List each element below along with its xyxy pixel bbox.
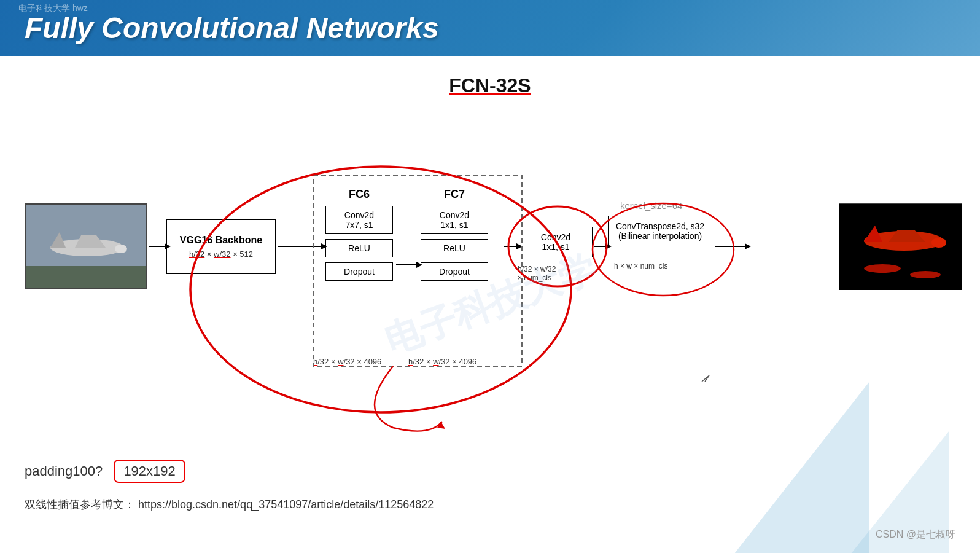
fc7-label: FC7 xyxy=(421,188,488,201)
diagram-title: FCN-32S xyxy=(449,74,531,97)
vgg-backbone-box: VGG16 Backbone h/32 × w/32 × 512 xyxy=(166,219,276,274)
padding-note: padding100? 192x192 xyxy=(25,460,185,483)
csdn-watermark: CSDN @是七叔呀 xyxy=(876,528,955,541)
svg-marker-29 xyxy=(437,422,445,429)
conv-transpose-dims: h × w × num_cls xyxy=(614,262,667,270)
conv-after-dims: h/32 × w/32× num_cls xyxy=(518,265,556,282)
conv-after-fc7-box: Conv2d1x1, s1 xyxy=(519,227,593,257)
fc6-conv-box: Conv2d7x7, s1 xyxy=(325,206,393,234)
blue-triangle-decoration xyxy=(734,382,869,553)
vgg-label: VGG16 Backbone xyxy=(180,235,262,246)
svg-rect-1 xyxy=(26,266,147,289)
page-title: Fully Convolutional Networks xyxy=(25,12,439,44)
header-watermark: 电子科技大学 hwz xyxy=(18,3,88,14)
kernel-size-label: kernel_size=64 xyxy=(620,200,682,211)
output-airplane-svg xyxy=(839,204,962,290)
svg-point-10 xyxy=(931,238,946,248)
svg-marker-24 xyxy=(745,243,751,249)
fc6-dims: h/32 × w/32 × 4096 xyxy=(313,357,381,366)
conv-transpose-box: ConvTranspose2d, s32(Bilinear interpolat… xyxy=(608,216,712,246)
fc6-dropout-box: Dropout xyxy=(325,262,393,281)
vgg-dims: h/32 × w/32 × 512 xyxy=(189,249,253,259)
fc7-column: FC7 Conv2d1x1, s1 ReLU Dropout xyxy=(421,188,488,286)
reference-link: 双线性插值参考博文： https://blog.csdn.net/qq_3754… xyxy=(25,497,434,512)
svg-point-5 xyxy=(115,245,127,253)
fc7-conv-box: Conv2d1x1, s1 xyxy=(421,206,488,234)
ref-text: 双线性插值参考博文： xyxy=(25,498,135,511)
padding-value: 192x192 xyxy=(114,460,185,483)
header: 电子科技大学 hwz Fully Convolutional Networks xyxy=(0,0,980,56)
fc7-dims: h/32 × w/32 × 4096 xyxy=(408,357,476,366)
fc7-dropout-box: Dropout xyxy=(421,262,488,281)
main-content: FCN-32S VGG16 Backbone h/32 × w/32 × 512 xyxy=(0,56,980,553)
output-image xyxy=(839,203,962,289)
fc6-label: FC6 xyxy=(325,188,393,201)
svg-point-11 xyxy=(864,264,901,273)
svg-point-12 xyxy=(910,271,941,278)
input-airplane-svg xyxy=(26,205,147,289)
ref-url: https://blog.csdn.net/qq_37541097/articl… xyxy=(138,498,434,511)
fc7-relu-box: ReLU xyxy=(421,239,488,257)
padding-text: padding100? xyxy=(25,463,103,479)
input-image xyxy=(25,203,147,289)
fc6-relu-box: ReLU xyxy=(325,239,393,257)
fc6-column: FC6 Conv2d7x7, s1 ReLU Dropout xyxy=(325,188,393,286)
